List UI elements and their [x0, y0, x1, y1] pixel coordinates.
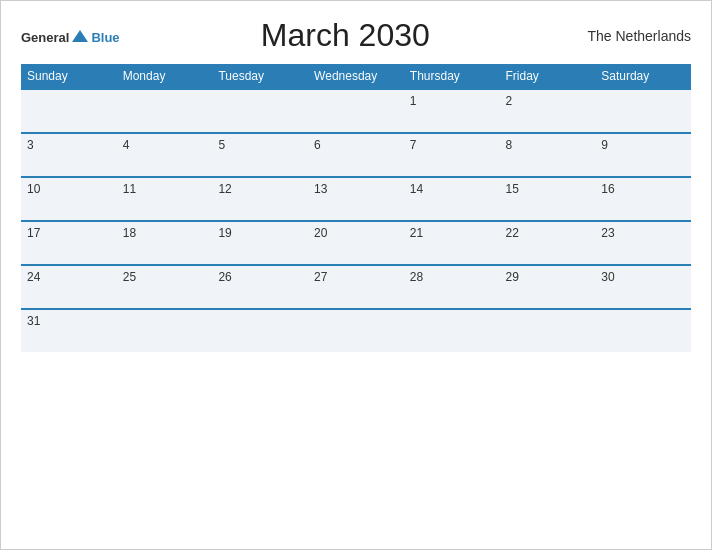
calendar-day-cell [21, 89, 117, 133]
calendar-day-cell: 1 [404, 89, 500, 133]
logo-general-text: General [21, 31, 69, 44]
day-number: 6 [314, 138, 321, 152]
calendar-week-row: 31 [21, 309, 691, 352]
days-header-row: Sunday Monday Tuesday Wednesday Thursday… [21, 64, 691, 89]
calendar-day-cell [308, 309, 404, 352]
day-number: 24 [27, 270, 40, 284]
calendar-week-row: 24252627282930 [21, 265, 691, 309]
calendar-day-cell: 27 [308, 265, 404, 309]
day-number: 12 [218, 182, 231, 196]
calendar-day-cell [595, 309, 691, 352]
calendar-day-cell: 28 [404, 265, 500, 309]
calendar-day-cell: 16 [595, 177, 691, 221]
calendar-day-cell: 19 [212, 221, 308, 265]
calendar-day-cell: 25 [117, 265, 213, 309]
day-number: 27 [314, 270, 327, 284]
calendar-day-cell [404, 309, 500, 352]
calendar-day-cell: 8 [500, 133, 596, 177]
logo-blue-text: Blue [91, 31, 119, 44]
calendar-day-cell: 22 [500, 221, 596, 265]
calendar-day-cell: 31 [21, 309, 117, 352]
calendar-day-cell [308, 89, 404, 133]
day-number: 22 [506, 226, 519, 240]
calendar-day-cell: 14 [404, 177, 500, 221]
day-number: 4 [123, 138, 130, 152]
calendar-day-cell: 20 [308, 221, 404, 265]
logo-icon [70, 28, 90, 44]
day-number: 31 [27, 314, 40, 328]
day-number: 20 [314, 226, 327, 240]
day-number: 5 [218, 138, 225, 152]
calendar-day-cell: 17 [21, 221, 117, 265]
calendar-header: General Blue March 2030 The Netherlands [21, 17, 691, 54]
day-number: 2 [506, 94, 513, 108]
header-monday: Monday [117, 64, 213, 89]
day-number: 17 [27, 226, 40, 240]
calendar-day-cell: 18 [117, 221, 213, 265]
calendar-day-cell: 6 [308, 133, 404, 177]
calendar-week-row: 10111213141516 [21, 177, 691, 221]
calendar-day-cell: 10 [21, 177, 117, 221]
calendar-table: Sunday Monday Tuesday Wednesday Thursday… [21, 64, 691, 352]
calendar-day-cell: 5 [212, 133, 308, 177]
calendar-day-cell: 13 [308, 177, 404, 221]
calendar-day-cell: 11 [117, 177, 213, 221]
calendar-week-row: 12 [21, 89, 691, 133]
day-number: 19 [218, 226, 231, 240]
logo: General Blue [21, 28, 120, 44]
header-wednesday: Wednesday [308, 64, 404, 89]
day-number: 23 [601, 226, 614, 240]
calendar-day-cell: 9 [595, 133, 691, 177]
calendar-day-cell: 4 [117, 133, 213, 177]
day-number: 18 [123, 226, 136, 240]
svg-marker-0 [72, 30, 88, 42]
calendar-day-cell: 3 [21, 133, 117, 177]
calendar-day-cell: 15 [500, 177, 596, 221]
day-number: 10 [27, 182, 40, 196]
calendar-wrapper: General Blue March 2030 The Netherlands … [0, 0, 712, 550]
month-title: March 2030 [120, 17, 571, 54]
header-saturday: Saturday [595, 64, 691, 89]
day-number: 30 [601, 270, 614, 284]
calendar-body: 1234567891011121314151617181920212223242… [21, 89, 691, 352]
calendar-day-cell: 7 [404, 133, 500, 177]
calendar-week-row: 17181920212223 [21, 221, 691, 265]
day-number: 14 [410, 182, 423, 196]
day-number: 3 [27, 138, 34, 152]
country-label: The Netherlands [571, 28, 691, 44]
day-number: 29 [506, 270, 519, 284]
header-sunday: Sunday [21, 64, 117, 89]
calendar-day-cell [117, 89, 213, 133]
calendar-day-cell: 21 [404, 221, 500, 265]
day-number: 9 [601, 138, 608, 152]
calendar-day-cell: 29 [500, 265, 596, 309]
day-number: 15 [506, 182, 519, 196]
day-number: 25 [123, 270, 136, 284]
day-number: 28 [410, 270, 423, 284]
header-friday: Friday [500, 64, 596, 89]
calendar-day-cell: 24 [21, 265, 117, 309]
header-thursday: Thursday [404, 64, 500, 89]
calendar-day-cell: 2 [500, 89, 596, 133]
day-number: 8 [506, 138, 513, 152]
calendar-day-cell: 12 [212, 177, 308, 221]
day-number: 26 [218, 270, 231, 284]
day-number: 11 [123, 182, 136, 196]
calendar-day-cell [595, 89, 691, 133]
day-number: 21 [410, 226, 423, 240]
day-number: 1 [410, 94, 417, 108]
calendar-day-cell [117, 309, 213, 352]
calendar-week-row: 3456789 [21, 133, 691, 177]
calendar-day-cell: 30 [595, 265, 691, 309]
calendar-day-cell [212, 89, 308, 133]
calendar-day-cell: 26 [212, 265, 308, 309]
day-number: 13 [314, 182, 327, 196]
header-tuesday: Tuesday [212, 64, 308, 89]
day-number: 16 [601, 182, 614, 196]
calendar-day-cell [212, 309, 308, 352]
day-number: 7 [410, 138, 417, 152]
calendar-day-cell: 23 [595, 221, 691, 265]
calendar-day-cell [500, 309, 596, 352]
